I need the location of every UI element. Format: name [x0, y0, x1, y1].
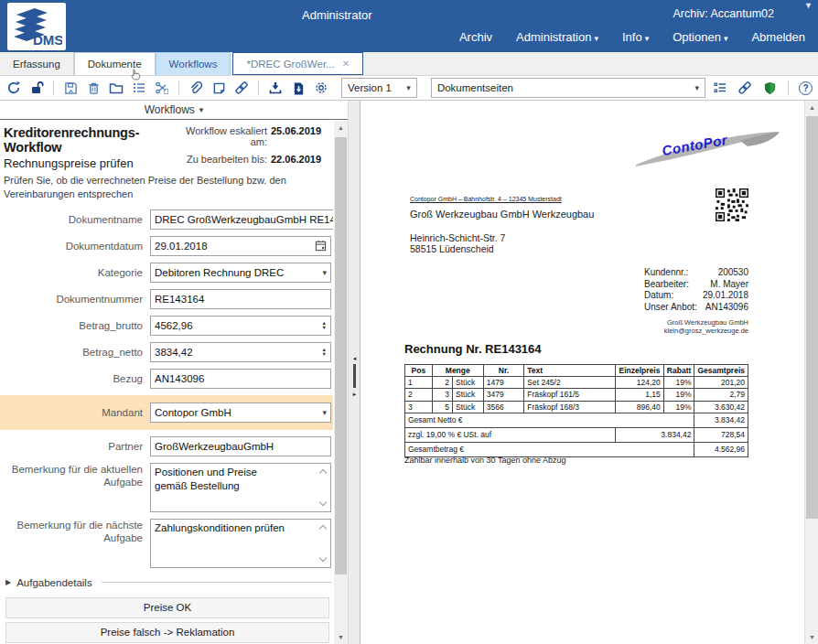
dokumentname-input[interactable]: DREC GroßWerkzeugbauGmbH RE14316 — [150, 209, 333, 230]
recipient-name: Groß Werkzeugbau GmbH Werkzeugbau — [410, 209, 594, 220]
folder-icon[interactable] — [108, 80, 124, 96]
vat-row: zzgl. 19,00 % € USt. auf 3.834,42 728,54 — [405, 427, 748, 442]
contact-company: Groß Werkzeugbau GmbH — [617, 318, 748, 327]
scrollbar-thumb[interactable] — [806, 116, 818, 519]
close-tab-icon[interactable]: ✕ — [342, 59, 350, 69]
toolbar-separator — [53, 80, 54, 95]
toolbar-separator — [258, 80, 259, 95]
attachment-paperclip-icon[interactable] — [188, 80, 204, 96]
workflow-form: Kreditorenrechnungs-Workflow Rechnungspr… — [0, 121, 333, 644]
table-row: 12Stück1479Set 245/2124,2019%201,20 — [405, 377, 748, 389]
save-icon[interactable] — [62, 80, 79, 96]
menu-administration[interactable]: Administration▾ — [516, 30, 598, 44]
mandant-select[interactable]: Contopor GmbH ▾ — [150, 402, 331, 423]
workflow-panel-scrollbar[interactable]: ▲ ▼ — [334, 121, 348, 644]
app-header: DMS Administrator Archiv: Accantum02 ▼ A… — [0, 0, 818, 52]
unlock-icon[interactable] — [28, 80, 45, 96]
note-icon[interactable] — [210, 80, 227, 96]
tab-dokumente[interactable]: Dokumente — [74, 52, 156, 75]
menu-archiv[interactable]: Archiv — [459, 30, 492, 44]
panel-splitter[interactable]: ◂ ▸ — [348, 101, 360, 644]
settings-gear-icon[interactable] — [313, 80, 329, 96]
collapse-left-icon[interactable]: ◂ — [353, 355, 357, 361]
version-select[interactable]: Version 1▾ — [341, 78, 417, 98]
export-file-icon[interactable] — [290, 80, 307, 96]
tab-workflows[interactable]: Workflows — [156, 52, 231, 75]
qr-code — [716, 188, 748, 221]
document-pages-select[interactable]: Dokumentseiten▾ — [431, 78, 705, 98]
invoice-title: Rechnung Nr. RE143164 — [404, 342, 542, 356]
field-row-bemerkung-naechste: Bemerkung für die nächste Aufgabe Zahlun… — [4, 519, 331, 568]
shield-icon[interactable] — [761, 80, 778, 96]
number-spinner[interactable]: ▲▼ — [322, 321, 327, 330]
betrag-netto-input[interactable]: 3834,42 ▲▼ — [150, 342, 331, 362]
field-row-dokumentnummer: Dokumentnummer RE143164 — [4, 289, 331, 309]
bemerkung-aktuell-textarea[interactable]: Positionen und Preise gemäß Bestellung — [150, 463, 331, 512]
dms-logo: DMS — [7, 3, 66, 50]
total-netto-row: Gesamt Netto € 3.834,42 — [405, 413, 748, 427]
scroll-up-icon[interactable] — [319, 468, 327, 476]
tab-erfassung[interactable]: Erfassung — [0, 52, 74, 75]
scroll-down-icon[interactable] — [319, 553, 327, 561]
toolbar-separator — [788, 80, 789, 95]
preise-falsch-button[interactable]: Preise falsch -> Reklamation — [5, 622, 329, 643]
tab-document-drec[interactable]: *DREC GroßWer... ✕ — [232, 52, 363, 75]
collapse-right-icon[interactable]: ▸ — [353, 391, 357, 397]
scroll-up-icon[interactable] — [319, 524, 327, 531]
page-list-icon[interactable] — [712, 80, 728, 96]
download-icon[interactable] — [267, 80, 284, 96]
scroll-down-icon[interactable] — [319, 498, 327, 505]
workflow-title: Kreditorenrechnungs-Workflow — [4, 125, 178, 155]
escalation-date: 25.06.2019 — [271, 125, 331, 153]
number-spinner[interactable]: ▲▼ — [322, 348, 327, 357]
partner-input[interactable]: GroßWerkzeugbauGmbH — [150, 436, 331, 456]
chevron-down-icon: ▾ — [694, 83, 699, 92]
table-row: 35Stück3566Fräskopf 168/3896,4019%3.630,… — [405, 401, 748, 413]
help-icon[interactable]: ? — [799, 81, 813, 95]
contact-email: klein@grosz_werkzeuge.de — [617, 327, 748, 335]
link-icon[interactable] — [737, 80, 753, 96]
workflow-task-name: Rechnungspreise prüfen — [4, 156, 178, 170]
scroll-up-icon[interactable]: ▲ — [805, 101, 818, 114]
tab-bar: Erfassung Dokumente Workflows *DREC Groß… — [0, 52, 818, 76]
menu-abmelden[interactable]: Abmelden — [751, 30, 805, 44]
scrollbar-thumb[interactable] — [335, 137, 347, 574]
chevron-down-icon: ▾ — [406, 83, 411, 92]
field-label: Dokumentdatum — [4, 240, 150, 252]
bezug-input[interactable]: AN143096 — [150, 369, 331, 389]
dokumentnummer-input[interactable]: RE143164 — [150, 289, 331, 309]
field-row-partner: Partner GroßWerkzeugbauGmbH — [4, 436, 331, 456]
bemerkung-naechste-textarea[interactable]: Zahlungskonditionen prüfen — [150, 519, 331, 568]
menu-info[interactable]: Info▾ — [622, 30, 649, 44]
kategorie-select[interactable]: Debitoren Rechnung DREC ▾ — [150, 263, 331, 283]
splitter-grip[interactable] — [353, 364, 356, 388]
expand-arrow-icon: ▶ — [5, 578, 11, 586]
delete-trash-icon[interactable] — [85, 80, 102, 96]
field-label: Bemerkung für die nächste Aufgabe — [4, 519, 150, 545]
scroll-up-icon[interactable]: ▲ — [334, 121, 348, 134]
dokumentdatum-input[interactable]: 29.01.2018 — [150, 236, 331, 256]
field-row-bezug: Bezug AN143096 — [4, 369, 331, 389]
toolbar-right-group: ? — [712, 80, 813, 96]
link-icon[interactable] — [233, 80, 250, 96]
due-label: Zu bearbeiten bis: — [178, 154, 271, 170]
header-caret-icon[interactable]: ▼ — [804, 1, 813, 10]
scroll-down-icon[interactable]: ▼ — [334, 630, 348, 644]
scroll-down-icon[interactable]: ▼ — [805, 630, 818, 644]
refresh-icon[interactable] — [5, 80, 22, 96]
preise-ok-button[interactable]: Preise OK — [5, 597, 329, 618]
calendar-icon[interactable] — [315, 240, 327, 252]
betrag-brutto-input[interactable]: 4562,96 ▲▼ — [150, 316, 331, 336]
dms-logo-icon: DMS — [11, 5, 62, 48]
menu-optionen[interactable]: Optionen▾ — [673, 30, 727, 44]
sender-address-line: Contopor GmbH – Bahnhofstr. 4 – 12345 Mu… — [410, 196, 562, 202]
table-row: 23Stück3479Fräskopf 161/51,1519%2,79 — [405, 389, 748, 401]
field-label: Kategorie — [4, 266, 150, 279]
workflow-panel-header[interactable]: Workflows ▾ — [0, 101, 348, 120]
document-scrollbar[interactable]: ▲ ▼ — [804, 101, 818, 644]
due-date: 22.06.2019 — [271, 154, 331, 170]
field-label: Dokumentnummer — [4, 293, 150, 306]
aufgabendetails-toggle[interactable]: ▶ Aufgabendetails — [5, 577, 331, 588]
split-document-icon[interactable] — [154, 80, 170, 96]
field-label: Bemerkung für die aktuellen Aufgabe — [4, 463, 150, 489]
